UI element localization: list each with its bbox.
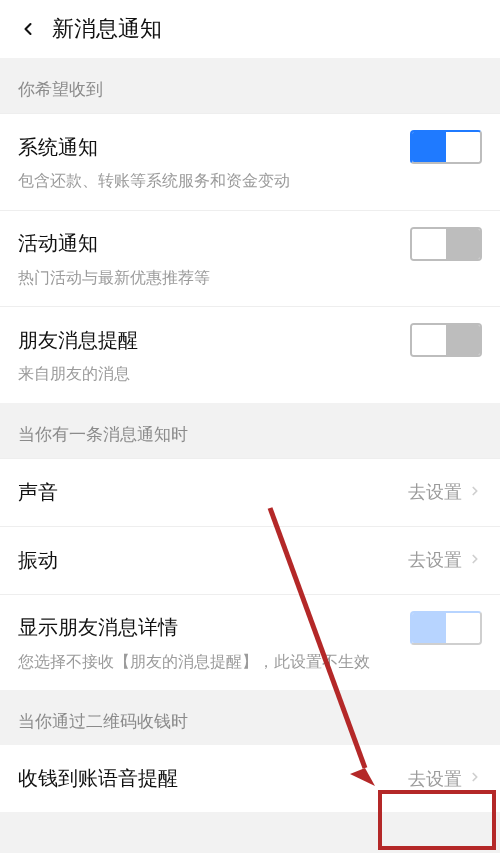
row-sub: 来自朋友的消息 [18, 363, 482, 385]
row-sound[interactable]: 声音 去设置 [0, 458, 500, 526]
toggle-activity-notify[interactable] [410, 227, 482, 261]
toggle-friend-notify[interactable] [410, 323, 482, 357]
row-sub: 热门活动与最新优惠推荐等 [18, 267, 482, 289]
back-button[interactable] [14, 15, 42, 43]
row-title: 声音 [18, 479, 58, 506]
row-title: 收钱到账语音提醒 [18, 765, 178, 792]
row-system-notify[interactable]: 系统通知 包含还款、转账等系统服务和资金变动 [0, 113, 500, 210]
row-vibrate[interactable]: 振动 去设置 [0, 526, 500, 594]
row-title: 振动 [18, 547, 58, 574]
toggle-system-notify[interactable] [410, 130, 482, 164]
row-friend-detail: 显示朋友消息详情 您选择不接收【朋友的消息提醒】，此设置不生效 [0, 594, 500, 691]
row-sub: 包含还款、转账等系统服务和资金变动 [18, 170, 482, 192]
row-activity-notify[interactable]: 活动通知 热门活动与最新优惠推荐等 [0, 210, 500, 307]
row-voice-receipt[interactable]: 收钱到账语音提醒 去设置 [0, 745, 500, 812]
row-friend-notify[interactable]: 朋友消息提醒 来自朋友的消息 [0, 306, 500, 403]
chevron-right-icon [468, 768, 482, 789]
row-title: 系统通知 [18, 134, 98, 161]
row-title: 活动通知 [18, 230, 98, 257]
section-header-want: 你希望收到 [0, 58, 500, 113]
row-sub: 您选择不接收【朋友的消息提醒】，此设置不生效 [18, 651, 482, 673]
chevron-left-icon [18, 19, 38, 39]
link-action: 去设置 [408, 767, 462, 791]
section-header-whenmsg: 当你有一条消息通知时 [0, 403, 500, 458]
toggle-friend-detail [410, 611, 482, 645]
header-bar: 新消息通知 [0, 0, 500, 58]
chevron-right-icon [468, 550, 482, 571]
section-header-qr: 当你通过二维码收钱时 [0, 690, 500, 745]
link-action: 去设置 [408, 548, 462, 572]
chevron-right-icon [468, 482, 482, 503]
link-action: 去设置 [408, 480, 462, 504]
row-title: 朋友消息提醒 [18, 327, 138, 354]
row-title: 显示朋友消息详情 [18, 614, 178, 641]
page-title: 新消息通知 [52, 14, 162, 44]
